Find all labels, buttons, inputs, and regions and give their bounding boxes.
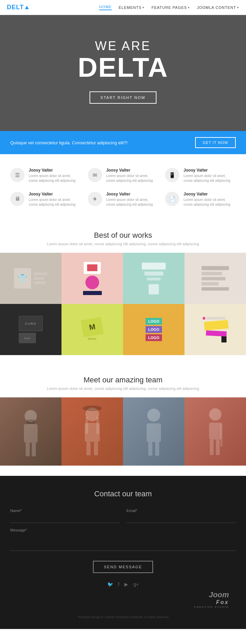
list-item: ☰ Joosy Valter Lorem ipsum dolor sit ame…	[10, 168, 81, 183]
features-grid: ☰ Joosy Valter Lorem ipsum dolor sit ame…	[10, 168, 236, 207]
list-item: 📄 Joosy Valter Lorem ipsum dolor sit ame…	[165, 192, 236, 207]
feature-icon-6: 📄	[165, 192, 179, 206]
svg-rect-17	[209, 423, 221, 440]
name-label: Name*	[10, 509, 120, 513]
contact-name-email-row: Name* Email*	[10, 509, 236, 523]
team-photo-4	[184, 397, 246, 466]
work-item-8[interactable]	[184, 304, 246, 355]
hero-subtitle: WE ARE	[7, 39, 239, 53]
work-thumbnail-4	[184, 253, 246, 304]
svg-rect-10	[94, 442, 98, 455]
facebook-link[interactable]: f	[118, 582, 120, 587]
feature-icon-1: ☰	[10, 168, 25, 182]
work-item-7[interactable]: LOGO LOGO LOGO	[123, 304, 184, 355]
work-thumbnail-5: CARD Back	[0, 304, 62, 355]
svg-rect-19	[210, 440, 214, 455]
svg-rect-9	[86, 442, 91, 455]
feature-content-3: Joosy Valter Lorem ipsum dolor sit amet,…	[183, 168, 236, 183]
work-thumbnail-2	[62, 253, 123, 304]
send-button-row: SEND MESSAGE	[10, 561, 236, 573]
email-field-container: Email*	[126, 509, 236, 523]
feature-content-6: Joosy Valter Lorem ipsum dolor sit amet,…	[183, 192, 236, 207]
list-item: 🖥 Joosy Valter Lorem ipsum dolor sit ame…	[10, 192, 81, 207]
svg-rect-1	[24, 424, 38, 443]
message-input[interactable]	[10, 534, 236, 551]
work-thumbnail-6: M NEED	[62, 304, 123, 355]
navbar: DELT▲ HOME ELEMENTS FEATURE PAGES JOOMLA…	[0, 0, 246, 15]
nav-elements[interactable]: ELEMENTS	[119, 5, 145, 10]
work-item-4[interactable]	[184, 253, 246, 304]
svg-rect-20	[216, 440, 220, 455]
hero-title: DELTA	[7, 54, 239, 81]
work-item-5[interactable]: CARD Back	[0, 304, 62, 355]
googleplus-link[interactable]: g+	[133, 582, 139, 587]
team-photo-1	[0, 397, 62, 466]
send-button[interactable]: SEND MESSAGE	[93, 561, 153, 573]
team-member-3[interactable]	[123, 397, 184, 466]
team-silhouette-2	[79, 404, 106, 459]
feature-content-2: Joosy Valter Lorem ipsum dolor sit amet,…	[106, 168, 159, 183]
svg-point-11	[83, 406, 102, 411]
logo[interactable]: DELT▲	[7, 4, 30, 11]
name-input[interactable]	[10, 514, 120, 523]
work-thumbnail-7: LOGO LOGO LOGO	[123, 304, 184, 355]
svg-rect-13	[147, 423, 161, 442]
works-grid: 👕	[0, 253, 246, 355]
work-item-1[interactable]: 👕	[0, 253, 62, 304]
team-member-1[interactable]	[0, 397, 62, 466]
banner-cta-button[interactable]: GET IT NOW	[195, 137, 236, 148]
nav-feature-pages[interactable]: FEATURE PAGES	[151, 5, 190, 10]
feature-content-4: Joosy Valter Lorem ipsum dolor sit amet,…	[29, 192, 81, 207]
footer-text: Template Design © Joomla Templates OrdaS…	[10, 615, 236, 619]
team-silhouette-3	[140, 404, 167, 459]
svg-point-16	[209, 408, 221, 421]
youtube-link[interactable]: ▶	[124, 582, 128, 587]
team-member-2[interactable]	[62, 397, 123, 466]
svg-rect-3	[32, 443, 36, 456]
email-input[interactable]	[126, 514, 236, 523]
work-thumbnail-1: 👕	[0, 253, 62, 304]
team-member-4[interactable]	[184, 397, 246, 466]
team-section: Meet our amazing team Lorem ipsum dolor …	[0, 365, 246, 476]
work-thumbnail-8	[184, 304, 246, 355]
list-item: 📱 Joosy Valter Lorem ipsum dolor sit ame…	[165, 168, 236, 183]
list-item: ✉ Joosy Valter Lorem ipsum dolor sit ame…	[88, 168, 159, 183]
name-field-container: Name*	[10, 509, 120, 523]
features-section: ☰ Joosy Valter Lorem ipsum dolor sit ame…	[0, 154, 246, 221]
svg-rect-8	[85, 423, 100, 442]
team-photo-2	[62, 397, 123, 466]
list-item: ✈ Joosy Valter Lorem ipsum dolor sit ame…	[88, 192, 159, 207]
hero-cta-button[interactable]: START RIGHT NOW	[90, 91, 156, 104]
svg-rect-14	[148, 442, 152, 456]
feature-icon-5: ✈	[88, 192, 102, 206]
work-item-3[interactable]	[123, 253, 184, 304]
message-field-container: Message*	[10, 528, 236, 552]
work-thumbnail-3	[123, 253, 184, 304]
team-desc: Lorem ipsum dolor sit amet, conse adipis…	[0, 386, 246, 391]
svg-point-12	[147, 409, 160, 422]
feature-icon-3: 📱	[165, 168, 179, 182]
work-item-2[interactable]	[62, 253, 123, 304]
joomfox-brand: JoomFox CREATIVE STUDIO	[10, 590, 236, 612]
twitter-link[interactable]: 🐦	[107, 582, 113, 587]
svg-rect-2	[26, 443, 30, 456]
team-title: Meet our amazing team	[0, 376, 246, 384]
works-desc: Lorem ipsum dolor sit amet, conse adipis…	[0, 242, 246, 246]
contact-section: Contact our team Name* Email* Message* S…	[0, 476, 246, 629]
email-label: Email*	[126, 509, 236, 513]
team-silhouette-4	[202, 404, 229, 459]
promo-banner: Quisque vel consectetur ligula. Consecte…	[0, 131, 246, 154]
feature-icon-2: ✉	[88, 168, 102, 182]
team-photo-3	[123, 397, 184, 466]
nav-home[interactable]: HOME	[99, 5, 112, 10]
works-section: Best of our works Lorem ipsum dolor sit …	[0, 221, 246, 365]
team-silhouette-1	[17, 404, 44, 459]
work-item-6[interactable]: M NEED	[62, 304, 123, 355]
nav-links: HOME ELEMENTS FEATURE PAGES JOOMLA CONTE…	[99, 5, 239, 10]
feature-content-5: Joosy Valter Lorem ipsum dolor sit amet,…	[106, 192, 159, 207]
svg-rect-18	[220, 423, 222, 447]
hero-section: WE ARE DELTA START RIGHT NOW	[0, 15, 246, 131]
svg-rect-15	[155, 442, 159, 456]
nav-joomla-content[interactable]: JOOMLA CONTENT	[197, 5, 239, 10]
feature-content-1: Joosy Valter Lorem ipsum dolor sit amet,…	[29, 168, 81, 183]
